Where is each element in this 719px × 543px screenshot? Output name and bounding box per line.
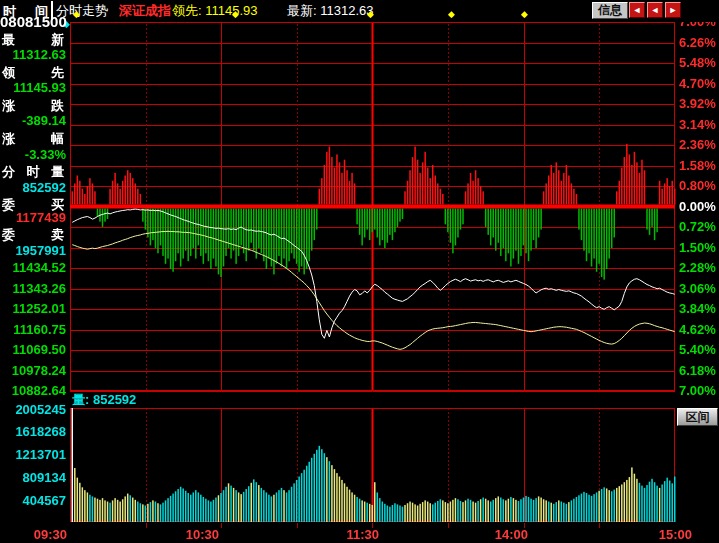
pct-axis-label-up: 5.48% <box>679 55 716 70</box>
title-bar: 时 间 分时走势 深证成指 领先: 11145.93 最新: 11312.63 … <box>0 0 719 22</box>
sidebar-label-quote-change-pct: 涨幅 <box>2 130 64 148</box>
pct-axis-label-down: 7.00% <box>679 383 716 398</box>
price-axis-label: 10978.24 <box>0 363 66 378</box>
alert-diamond-icon: ◆ <box>521 10 528 19</box>
price-axis-label: 11434.52 <box>0 260 66 275</box>
time-axis-label: 14:00 <box>495 527 528 542</box>
page-forward-icon[interactable]: ► <box>665 2 681 18</box>
price-axis-label: 10882.64 <box>0 383 66 398</box>
index-name: 深证成指 <box>119 3 171 19</box>
alert-diamond-icon: ◆ <box>232 10 239 19</box>
pct-axis-label-up: 2.36% <box>679 137 716 152</box>
volume-axis-label: 1618268 <box>0 424 66 439</box>
volume-axis-label: 2005245 <box>0 402 66 417</box>
price-axis-label: 11069.50 <box>0 342 66 357</box>
pct-axis-label-down: 6.18% <box>679 363 716 378</box>
sidebar-value-quote-ask-volume: 1957991 <box>0 243 66 258</box>
time-axis-label: 11:30 <box>346 527 379 542</box>
pct-axis-label-zero: 0.00% <box>679 199 716 214</box>
pct-axis-label-up: 6.26% <box>679 35 716 50</box>
time-axis-label: 10:30 <box>186 527 219 542</box>
range-button[interactable]: 区间 <box>677 408 718 426</box>
pct-axis-label-up: 4.70% <box>679 76 716 91</box>
time-axis-label: 09:30 <box>34 527 67 542</box>
pct-axis-label-down: 5.40% <box>679 342 716 357</box>
pct-axis-label-up: 3.14% <box>679 117 716 132</box>
alert-diamond-icon: ◆ <box>448 10 455 19</box>
pct-axis-label-down: 1.50% <box>679 240 716 255</box>
info-button[interactable]: 信息 <box>592 2 628 19</box>
page-back-icon[interactable]: ◄ <box>629 2 645 18</box>
page-previous-icon[interactable]: ◄ <box>647 2 663 18</box>
pct-axis-label-up: 1.58% <box>679 158 716 173</box>
intraday-chart-screen: { "title_bar": { "time_char_left": "时", … <box>0 0 719 543</box>
pct-axis-label-up: 0.80% <box>679 178 716 193</box>
pct-axis-label-down: 2.28% <box>679 260 716 275</box>
pct-axis-label-down: 4.62% <box>679 322 716 337</box>
pct-axis-label-down: 3.06% <box>679 281 716 296</box>
volume-panel-label: 量: 852592 <box>72 392 136 408</box>
sidebar-value-quote-bid-volume: 1177439 <box>0 210 66 225</box>
price-axis-label: 11252.01 <box>0 301 66 316</box>
sidebar-label-quote-minute-volume: 分时量 <box>2 163 64 181</box>
volume-axis-label: 809134 <box>0 470 66 485</box>
sidebar-value-quote-minute-volume: 852592 <box>0 180 66 195</box>
sidebar-value-quote-lead: 11145.93 <box>0 80 66 95</box>
pct-axis-label-down: 0.72% <box>679 219 716 234</box>
volume-axis-label: 1213701 <box>0 447 66 462</box>
lead-quote: 领先: 11145.93 <box>172 3 258 19</box>
pct-axis-label-down: 3.84% <box>679 301 716 316</box>
sidebar-value-quote-change-pct: -3.33% <box>0 147 66 162</box>
alert-diamond-icon: ◆ <box>73 10 80 19</box>
last-quote: 最新: 11312.63 <box>287 3 373 19</box>
sidebar-value-quote-change: -389.14 <box>0 113 66 128</box>
intraday-chart-canvas[interactable] <box>0 0 719 543</box>
price-axis-label: 11343.26 <box>0 281 66 296</box>
pct-axis-label-up: 3.92% <box>679 96 716 111</box>
sidebar-label-quote-ask-volume: 委卖 <box>2 226 64 244</box>
volume-axis-label: 404567 <box>0 493 66 508</box>
sidebar-value-quote-last: 11312.63 <box>0 47 66 62</box>
time-axis-label: 15:00 <box>659 527 692 542</box>
alert-diamond-icon: ◆ <box>367 10 374 19</box>
price-axis-label: 11160.75 <box>0 322 66 337</box>
session-clock: 08081500 <box>0 13 70 30</box>
